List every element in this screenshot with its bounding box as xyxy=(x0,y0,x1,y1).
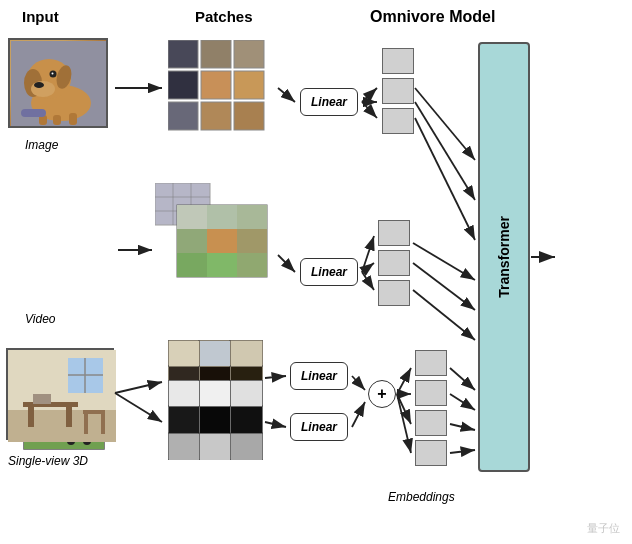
linear-box-3d-depth: Linear xyxy=(290,413,348,441)
embed-image-1 xyxy=(382,48,414,74)
linear-box-3d-rgb: Linear xyxy=(290,362,348,390)
svg-rect-67 xyxy=(83,410,105,414)
svg-line-117 xyxy=(265,376,286,378)
linear-box-video: Linear xyxy=(300,258,358,286)
svg-rect-93 xyxy=(200,407,230,433)
svg-line-106 xyxy=(415,118,475,240)
image-patch-grid xyxy=(168,40,273,139)
svg-marker-59 xyxy=(8,410,116,442)
header-omnivore: Omnivore Model xyxy=(370,8,495,26)
svg-rect-68 xyxy=(84,414,88,434)
svg-line-124 xyxy=(397,394,411,453)
embed-3d-2 xyxy=(415,380,447,406)
svg-rect-10 xyxy=(53,115,61,125)
svg-rect-12 xyxy=(21,109,46,117)
svg-line-108 xyxy=(278,255,295,272)
svg-rect-21 xyxy=(234,102,264,130)
svg-rect-90 xyxy=(200,381,230,406)
embed-image-2 xyxy=(382,78,414,104)
svg-rect-94 xyxy=(231,407,262,433)
svg-rect-56 xyxy=(237,253,267,277)
svg-line-125 xyxy=(450,368,475,390)
svg-rect-11 xyxy=(69,113,77,125)
svg-rect-14 xyxy=(201,40,231,68)
svg-rect-49 xyxy=(207,205,237,229)
watermark: 量子位 xyxy=(587,521,620,536)
video-patch-grid xyxy=(155,183,275,297)
svg-rect-18 xyxy=(234,71,264,99)
embeddings-label: Embeddings xyxy=(388,490,455,504)
svg-line-121 xyxy=(397,368,411,394)
svg-line-104 xyxy=(415,88,475,160)
diagram-container: Input Patches Omnivore Model xyxy=(0,0,632,544)
svg-line-123 xyxy=(397,394,411,424)
svg-line-118 xyxy=(265,422,286,427)
svg-rect-51 xyxy=(177,229,207,253)
svg-rect-48 xyxy=(177,205,207,229)
svg-rect-50 xyxy=(237,205,267,229)
svg-rect-97 xyxy=(231,434,262,460)
svg-line-114 xyxy=(413,290,475,340)
svg-rect-69 xyxy=(101,414,105,434)
embed-video-3 xyxy=(378,280,410,306)
svg-rect-76 xyxy=(200,341,230,366)
embed-3d-1 xyxy=(415,350,447,376)
svg-rect-19 xyxy=(168,102,198,130)
embed-video-1 xyxy=(378,220,410,246)
3d-label: Single-view 3D xyxy=(8,454,88,468)
svg-line-110 xyxy=(362,263,374,272)
header-patches: Patches xyxy=(195,8,253,25)
svg-line-126 xyxy=(450,394,475,410)
video-label: Video xyxy=(25,312,55,326)
svg-rect-16 xyxy=(168,71,198,99)
video-stack xyxy=(5,192,115,287)
svg-rect-65 xyxy=(66,407,72,427)
embed-image-3 xyxy=(382,108,414,134)
embed-video-2 xyxy=(378,250,410,276)
svg-line-111 xyxy=(362,272,374,290)
svg-rect-77 xyxy=(231,341,262,366)
svg-rect-52 xyxy=(207,229,237,253)
svg-rect-91 xyxy=(231,381,262,406)
svg-line-103 xyxy=(362,102,377,118)
svg-line-127 xyxy=(450,424,475,430)
svg-rect-95 xyxy=(169,434,199,460)
depth-patch-grid xyxy=(168,380,263,460)
linear-box-image: Linear xyxy=(300,88,358,116)
svg-rect-55 xyxy=(207,253,237,277)
embed-3d-4 xyxy=(415,440,447,466)
svg-rect-20 xyxy=(201,102,231,130)
svg-rect-15 xyxy=(234,40,264,68)
svg-line-120 xyxy=(352,402,365,427)
svg-rect-64 xyxy=(28,407,34,427)
svg-point-8 xyxy=(51,72,53,74)
header-input: Input xyxy=(22,8,59,25)
room-image xyxy=(6,348,114,440)
svg-line-113 xyxy=(413,263,475,310)
svg-line-119 xyxy=(352,376,365,390)
svg-line-105 xyxy=(415,102,475,200)
svg-rect-54 xyxy=(177,253,207,277)
svg-rect-53 xyxy=(237,229,267,253)
svg-rect-89 xyxy=(169,381,199,406)
svg-line-101 xyxy=(362,88,377,102)
svg-rect-13 xyxy=(168,40,198,68)
svg-rect-66 xyxy=(33,394,51,404)
svg-rect-92 xyxy=(169,407,199,433)
svg-rect-17 xyxy=(201,71,231,99)
svg-line-100 xyxy=(278,88,295,102)
plus-circle: + xyxy=(368,380,396,408)
svg-line-112 xyxy=(413,243,475,280)
svg-line-128 xyxy=(450,450,475,453)
svg-point-6 xyxy=(34,82,44,88)
image-label: Image xyxy=(25,138,58,152)
embed-3d-3 xyxy=(415,410,447,436)
svg-line-109 xyxy=(362,236,374,272)
transformer-box: Transformer xyxy=(478,42,530,472)
dog-image xyxy=(8,38,108,128)
svg-rect-96 xyxy=(200,434,230,460)
svg-rect-75 xyxy=(169,341,199,366)
